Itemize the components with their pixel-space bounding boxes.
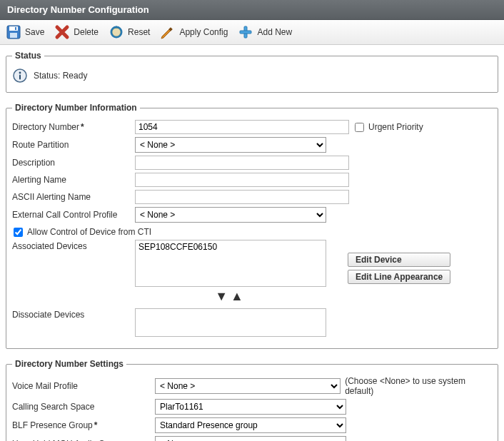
chevron-down-icon: ▼	[215, 289, 231, 303]
route-partition-label: Route Partition	[12, 140, 135, 150]
edit-device-button[interactable]: Edit Device	[348, 253, 450, 267]
voice-mail-select[interactable]: < None >	[155, 378, 341, 394]
page-title: Directory Number Configuration	[0, 0, 504, 20]
description-label: Description	[12, 158, 135, 168]
dn-info-legend: Directory Number Information	[12, 103, 140, 113]
urgent-priority-label: Urgent Priority	[368, 122, 423, 132]
reset-label: Reset	[128, 27, 150, 37]
associated-devices-list[interactable]: SEP108CCFE06150	[135, 240, 326, 287]
apply-label: Apply Config	[179, 27, 228, 37]
add-icon	[238, 24, 253, 40]
reset-button[interactable]: Reset	[109, 24, 150, 40]
dissociate-devices-label: Dissociate Devices	[12, 308, 135, 320]
svg-rect-8	[240, 31, 251, 34]
voice-mail-hint: (Choose <None> to use system default)	[345, 376, 492, 396]
css-select[interactable]: PlarTo1161	[155, 399, 346, 415]
urgent-priority-checkbox[interactable]	[355, 123, 364, 132]
alerting-name-label: Alerting Name	[12, 175, 135, 185]
delete-button[interactable]: Delete	[54, 24, 99, 40]
allow-cti-checkbox[interactable]	[14, 228, 23, 237]
svg-rect-11	[19, 75, 21, 80]
move-arrows[interactable]: ▼▲	[135, 291, 326, 301]
voice-mail-label: Voice Mail Profile	[12, 381, 155, 391]
delete-label: Delete	[74, 27, 99, 37]
blf-select[interactable]: Standard Presence group	[155, 417, 346, 433]
ext-call-ctrl-label: External Call Control Profile	[12, 210, 135, 220]
chevron-up-icon: ▲	[231, 289, 246, 303]
reset-icon	[109, 24, 124, 40]
svg-rect-3	[15, 27, 16, 30]
ascii-alerting-name-label: ASCII Alerting Name	[12, 192, 135, 202]
apply-config-button[interactable]: Apply Config	[160, 24, 228, 40]
ext-call-ctrl-select[interactable]: < None >	[135, 207, 326, 223]
status-legend: Status	[12, 51, 44, 61]
dissociate-devices-list[interactable]	[135, 308, 326, 337]
css-label: Calling Search Space	[12, 402, 155, 412]
toolbar: Save Delete Reset Apply Config Add New	[0, 20, 504, 45]
svg-point-5	[112, 28, 121, 36]
info-icon	[12, 68, 28, 83]
user-hold-select[interactable]: < None >	[155, 436, 346, 441]
add-new-button[interactable]: Add New	[238, 24, 292, 40]
status-text: Status: Ready	[34, 71, 87, 81]
status-fieldset: Status Status: Ready	[6, 51, 498, 93]
apply-icon	[160, 24, 176, 40]
dn-info-fieldset: Directory Number Information Directory N…	[6, 103, 498, 349]
allow-cti-label: Allow Control of Device from CTI	[27, 227, 151, 237]
edit-line-appearance-button[interactable]: Edit Line Appearance	[348, 270, 450, 284]
ascii-alerting-name-input[interactable]	[135, 190, 349, 204]
svg-point-10	[19, 72, 21, 74]
description-input[interactable]	[135, 156, 349, 170]
save-label: Save	[25, 27, 44, 37]
route-partition-select[interactable]: < None >	[135, 137, 326, 153]
addnew-label: Add New	[257, 27, 292, 37]
associated-devices-label: Associated Devices	[12, 240, 135, 251]
blf-label: BLF Presence Group	[12, 420, 155, 430]
directory-number-input[interactable]	[135, 120, 349, 134]
save-button[interactable]: Save	[6, 24, 44, 40]
svg-rect-1	[9, 26, 18, 31]
dn-settings-legend: Directory Number Settings	[12, 359, 126, 369]
directory-number-label: Directory Number	[12, 122, 135, 132]
svg-rect-2	[10, 33, 17, 38]
save-icon	[6, 24, 21, 40]
delete-icon	[54, 24, 70, 40]
dn-settings-fieldset: Directory Number Settings Voice Mail Pro…	[6, 359, 498, 441]
alerting-name-input[interactable]	[135, 173, 349, 187]
